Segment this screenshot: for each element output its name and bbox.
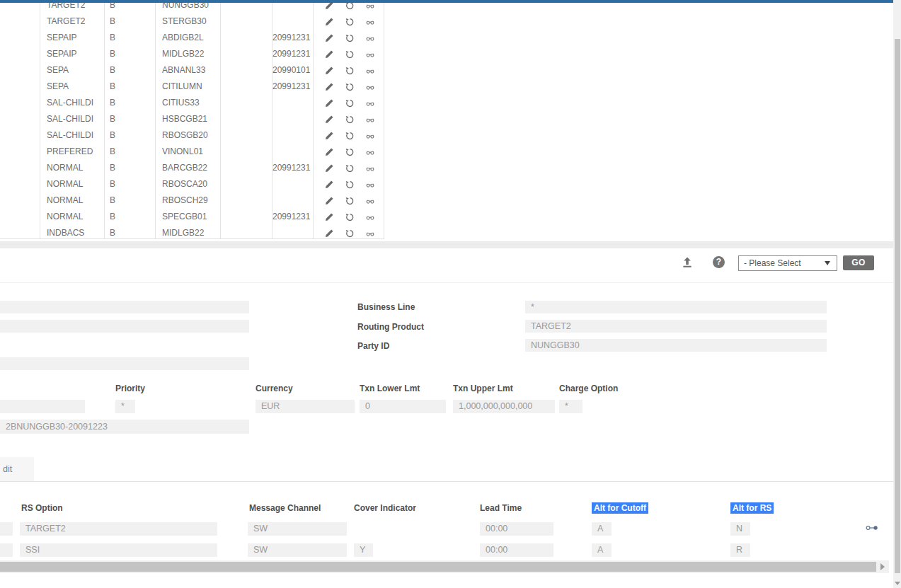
horizontal-scrollbar[interactable] [0,560,889,573]
edit-pencil-icon[interactable] [324,50,334,59]
left-field-3[interactable] [0,357,249,370]
edit-pencil-icon[interactable] [324,33,334,43]
edit-pencil-icon[interactable] [324,82,334,92]
vertical-scrollbar-thumb[interactable] [895,39,900,573]
horizontal-scrollbar-thumb[interactable] [0,562,876,572]
reopen-circle-arrow-icon[interactable] [345,163,355,173]
edit-pencil-icon[interactable] [324,163,334,173]
edit-pencil-icon[interactable] [324,66,334,76]
alt-for-cutoff-field[interactable]: A [592,543,612,557]
edit-pencil-icon[interactable] [324,212,334,222]
priority-field[interactable]: * [115,400,135,413]
table-row[interactable]: SAL-CHILDI B HSBCGB21 [0,111,384,127]
edit-pencil-icon[interactable] [324,147,334,157]
routing-product-field[interactable]: TARGET2 [525,320,827,333]
table-row[interactable]: PREFERED B VINONL01 [0,144,384,160]
message-channel-field[interactable]: SW [248,522,347,536]
table-row[interactable]: SEPAIP B MIDLGB22 20991231 [0,46,384,62]
txn-lower-lmt-field[interactable]: 0 [360,400,446,413]
view-glasses-icon[interactable] [365,196,375,206]
reopen-circle-arrow-icon[interactable] [345,50,355,59]
view-glasses-icon[interactable] [365,212,375,222]
reopen-circle-arrow-icon[interactable] [345,115,355,125]
edit-pencil-icon[interactable] [324,131,334,141]
cover-indicator-field[interactable]: Y [354,543,373,557]
tab-edit-clipped[interactable]: dit [0,457,34,481]
message-channel-field[interactable]: SW [248,543,347,557]
reopen-circle-arrow-icon[interactable] [345,180,355,190]
edit-pencil-icon[interactable] [324,229,334,238]
table-row[interactable]: NORMAL B BARCGB22 20991231 [0,160,384,176]
help-icon[interactable]: ? [713,256,725,268]
table-row[interactable]: SEPAIP B ABDIGB2L 20991231 [0,30,384,46]
left-field-1[interactable] [0,301,249,313]
reopen-circle-arrow-icon[interactable] [345,229,355,238]
scroll-right-arrow-icon[interactable] [880,563,885,570]
alt-for-rs-field[interactable]: N [730,522,750,536]
go-button[interactable]: GO [843,255,874,270]
edit-pencil-icon[interactable] [324,180,334,190]
view-glasses-icon[interactable] [365,115,375,125]
lead-time-field[interactable]: 00:00 [480,522,553,536]
upload-icon[interactable] [681,256,694,269]
currency-field[interactable]: EUR [256,400,355,413]
reopen-circle-arrow-icon[interactable] [345,147,355,157]
reopen-circle-arrow-icon[interactable] [345,212,355,222]
rs-table-row[interactable]: TARGET2 SW 00:00 A N [0,522,893,536]
business-line-field[interactable]: * [525,301,827,313]
vertical-scrollbar[interactable] [893,0,901,588]
txn-upper-lmt-field[interactable]: 1,000,000,000,000 [453,400,555,413]
reopen-circle-arrow-icon[interactable] [345,3,355,11]
table-row[interactable]: SAL-CHILDI B CITIUS33 [0,95,384,111]
reference-field[interactable]: 2BNUNGGB30-20091223 [0,420,249,434]
rs-option-field[interactable]: SSI [20,543,217,557]
edit-pencil-icon[interactable] [324,17,334,27]
edit-pencil-icon[interactable] [324,115,334,125]
table-row[interactable]: NORMAL B RBOSCA20 [0,176,384,192]
reopen-circle-arrow-icon[interactable] [345,131,355,141]
rs-table-row[interactable]: SSI SW Y 00:00 A R [0,543,893,558]
view-glasses-icon[interactable] [365,82,375,92]
link-nodes-icon[interactable] [866,522,879,531]
reopen-circle-arrow-icon[interactable] [345,196,355,206]
reopen-circle-arrow-icon[interactable] [345,17,355,27]
reopen-circle-arrow-icon[interactable] [345,66,355,76]
view-glasses-icon[interactable] [365,33,375,43]
table-row[interactable]: SEPA B ABNANL33 20990101 [0,62,384,79]
table-row[interactable]: SAL-CHILDI B RBOSGB20 [0,127,384,144]
view-glasses-icon[interactable] [365,66,375,76]
view-glasses-icon[interactable] [365,180,375,190]
view-glasses-icon[interactable] [365,131,375,141]
reopen-circle-arrow-icon[interactable] [345,82,355,92]
edit-pencil-icon[interactable] [324,196,334,206]
party-id-field[interactable]: NUNGGB30 [525,339,827,352]
edit-pencil-icon[interactable] [324,3,334,11]
edit-pencil-icon[interactable] [324,98,334,108]
view-glasses-icon[interactable] [365,229,375,238]
table-row[interactable]: NORMAL B SPECGB01 20991231 [0,209,384,225]
table-row[interactable]: TARGET2 B STERGB30 [0,13,384,30]
view-glasses-icon[interactable] [365,50,375,59]
table-row[interactable]: TARGET2 B NUNGGB30 [0,3,384,13]
table-row[interactable]: INDBACS B MIDLGB22 [0,225,384,239]
left-field-4[interactable] [0,400,85,413]
action-select[interactable]: - Please Select [738,255,837,271]
table-row[interactable]: NORMAL B RBOSCH29 [0,192,384,209]
charge-option-field[interactable]: * [559,400,583,413]
row-stub-field[interactable] [0,543,13,557]
alt-for-rs-field[interactable]: R [730,543,750,557]
row-stub-field[interactable] [0,522,13,536]
table-row[interactable]: SEPA B CITILUMN 20991231 [0,79,384,95]
lead-time-field[interactable]: 00:00 [480,543,553,557]
view-glasses-icon[interactable] [365,17,375,27]
rs-option-field[interactable]: TARGET2 [20,522,217,536]
scroll-down-arrow-icon[interactable] [895,582,900,585]
view-glasses-icon[interactable] [365,163,375,173]
reopen-circle-arrow-icon[interactable] [345,33,355,43]
left-field-2[interactable] [0,320,249,333]
view-glasses-icon[interactable] [365,98,375,108]
view-glasses-icon[interactable] [365,3,375,11]
reopen-circle-arrow-icon[interactable] [345,98,355,108]
alt-for-cutoff-field[interactable]: A [592,522,612,536]
view-glasses-icon[interactable] [365,147,375,157]
